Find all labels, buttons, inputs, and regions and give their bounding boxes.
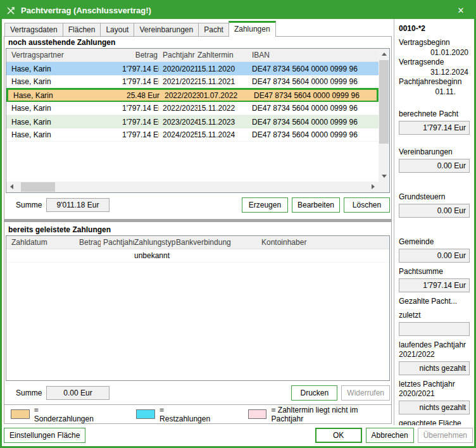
sidebar-field: berechnete Pacht1'797.14 Eur <box>399 109 470 135</box>
bearbeiten-button[interactable]: Bearbeiten <box>292 197 340 213</box>
cell-pachtjahr: 2020/2021 <box>159 65 197 73</box>
horizontal-scroll-thumb[interactable] <box>21 182 55 192</box>
pachtvertrag-dialog: Pachtvertrag (Anschlussvertrag!) ✕ Vertr… <box>0 0 476 448</box>
sonderzahlungen-swatch <box>11 409 30 419</box>
table-row[interactable]: Hase, Karin1'797.14 Eur2021/202215.11.20… <box>6 75 379 89</box>
table-row[interactable]: Hase, Karin1'797.14 Eur2024/202515.11.20… <box>6 128 379 142</box>
titlebar[interactable]: Pachtvertrag (Anschlussvertrag!) ✕ <box>2 2 474 19</box>
field-label: gepachtete Fläche <box>399 419 470 425</box>
horizontal-scroll-track[interactable] <box>17 182 368 192</box>
legend-item-restzahlungen: = Restzahlungen <box>136 406 216 423</box>
column-header-zahlungstyp[interactable]: Zahlungstyp <box>134 238 176 247</box>
cell-betrag: 1'797.14 Eur <box>122 118 159 127</box>
cell-partner: Hase, Karin <box>6 104 122 113</box>
field-label: Pachtsumme <box>399 267 470 277</box>
restzahlungen-swatch <box>136 409 155 419</box>
table-row[interactable]: Hase, Karin25.48 Eur2022/202301.07.2022D… <box>6 88 379 103</box>
cell-iban: DE47 8734 5604 0000 0999 96 <box>250 118 379 127</box>
field-label: letztes Pachtjahr <box>399 380 470 389</box>
field-label: Vertragsbeginn <box>399 38 470 47</box>
field-value-box: 0.00 Eur <box>399 249 470 263</box>
loeschen-button[interactable]: Löschen <box>344 197 390 213</box>
tab-page-zahlungen: noch ausstehende Zahlungen Vertragspartn… <box>4 36 392 424</box>
table-row[interactable]: Hase, Karin1'797.14 Eur2020/202115.11.20… <box>6 62 379 75</box>
sidebar-field: Gemeinde0.00 Eur <box>399 237 470 263</box>
vertical-scrollbar[interactable] <box>379 49 389 182</box>
column-header-bankverbindung[interactable]: Bankverbindung <box>176 238 261 247</box>
paid-table-body: unbekannt <box>6 249 389 263</box>
cell-zahltermin: 15.11.2024 <box>197 130 250 139</box>
cell-pachtjahr: 2022/2023 <box>161 91 199 100</box>
splitter-handle[interactable] <box>4 219 391 222</box>
scroll-left-icon[interactable] <box>6 182 17 192</box>
scrollbar-corner <box>379 182 389 192</box>
field-label: Vereinbarungen <box>399 147 470 157</box>
scroll-up-icon[interactable] <box>379 49 389 59</box>
field-label: berechnete Pacht <box>399 109 470 119</box>
tab-pacht[interactable]: Pacht <box>198 23 229 36</box>
cell-iban: DE47 8734 5604 0000 0999 96 <box>250 77 379 86</box>
cell-partner: Hase, Karin <box>8 91 124 100</box>
column-header-betrag[interactable]: Betrag <box>122 51 159 59</box>
cell-partner: Hase, Karin <box>6 77 122 86</box>
table-row[interactable]: Hase, Karin1'797.14 Eur2022/202315.11.20… <box>6 102 379 115</box>
column-header-pachtjahr[interactable]: Pachtjahr <box>101 238 134 247</box>
contract-sidebar: 0010-*2 Vertragsbeginn01.01.2020Vertrags… <box>394 19 474 425</box>
ok-button[interactable]: OK <box>315 428 362 443</box>
column-header-vertragspartner[interactable]: Vertragspartner <box>6 51 122 59</box>
sidebar-field: letztes Pachtjahr2020/2021nichts gezahlt <box>399 380 470 414</box>
field-label: 2021/2022 <box>399 350 470 359</box>
field-value: 01.01.2020 <box>399 47 470 58</box>
sidebar-field: Grundsteuern0.00 Eur <box>399 192 470 218</box>
cell-zahltermin: 15.11.2022 <box>197 104 250 113</box>
drucken-button[interactable]: Drucken <box>291 385 337 401</box>
column-header-betrag[interactable]: Betrag <box>79 238 101 247</box>
cell-pachtjahr: 2023/2024 <box>159 118 197 127</box>
column-header-zahldatum[interactable]: Zahldatum <box>6 238 79 247</box>
horizontal-scrollbar[interactable] <box>6 182 379 192</box>
table-row[interactable]: Hase, Karin1'797.14 Eur2023/202415.11.20… <box>6 115 379 128</box>
widerrufen-button: Widerrufen <box>341 385 390 401</box>
cell-zahltermin: 15.11.2021 <box>197 77 250 86</box>
sidebar-field: gepachtete Fläche5.0942 ha <box>399 419 470 425</box>
close-icon[interactable]: ✕ <box>453 6 469 15</box>
cell-pachtjahr: 2024/2025 <box>159 130 197 139</box>
field-value: 01.11. <box>399 87 470 97</box>
paid-section-title: bereits geleistete Zahlungen <box>4 224 391 235</box>
field-value-box: nichts gezahlt <box>399 361 470 375</box>
cell-betrag: 1'797.14 Eur <box>122 77 159 86</box>
cell-zahltermin: 15.11.2023 <box>197 118 250 127</box>
tab-vereinbarungen[interactable]: Vereinbarungen <box>134 23 199 36</box>
table-row[interactable]: unbekannt <box>6 249 389 263</box>
field-label: zuletzt <box>399 311 470 320</box>
column-header-iban[interactable]: IBAN <box>250 51 379 59</box>
tab-vertragsdaten[interactable]: Vertragsdaten <box>4 23 63 36</box>
field-label: Gemeinde <box>399 237 470 247</box>
field-value-box <box>399 322 470 336</box>
paid-payments-table: Zahldatum Betrag Pachtjahr Zahlungstyp B… <box>6 235 390 382</box>
vertical-scroll-thumb[interactable] <box>379 60 389 144</box>
scroll-right-icon[interactable] <box>368 182 379 192</box>
column-header-pachtjahr[interactable]: Pachtjahr <box>159 51 197 59</box>
scroll-down-icon[interactable] <box>379 171 389 182</box>
cell-partner: Hase, Karin <box>6 118 122 127</box>
erzeugen-button[interactable]: Erzeugen <box>242 197 288 213</box>
tab-flaechen[interactable]: Flächen <box>63 23 101 36</box>
column-header-kontoinhaber[interactable]: Kontoinhaber <box>261 238 389 247</box>
field-value-box: 0.00 Eur <box>399 204 470 218</box>
sidebar-fields: Vertragsbeginn01.01.2020Vertragsende31.1… <box>399 38 470 425</box>
sidebar-field: laufendes Pachtjahr2021/2022nichts gezah… <box>399 340 470 375</box>
abbrechen-button[interactable]: Abbrechen <box>366 428 414 443</box>
pending-table-body: Hase, Karin1'797.14 Eur2020/202115.11.20… <box>6 62 379 142</box>
field-label: Grundsteuern <box>399 192 470 202</box>
legend-label: = Sonderzahlungen <box>34 406 100 423</box>
field-label: 2020/2021 <box>399 389 470 399</box>
einstellungen-flaeche-button[interactable]: Einstellungen Fläche <box>4 428 85 443</box>
cell-partner: Hase, Karin <box>6 65 122 73</box>
tab-zahlungen[interactable]: Zahlungen <box>229 21 276 37</box>
vertical-scroll-track[interactable] <box>379 59 389 171</box>
cell-pachtjahr: 2021/2022 <box>159 77 197 86</box>
tab-layout[interactable]: Layout <box>100 23 134 36</box>
column-header-zahltermin[interactable]: Zahltermin <box>197 51 250 59</box>
legend-label: = Restzahlungen <box>160 406 216 423</box>
